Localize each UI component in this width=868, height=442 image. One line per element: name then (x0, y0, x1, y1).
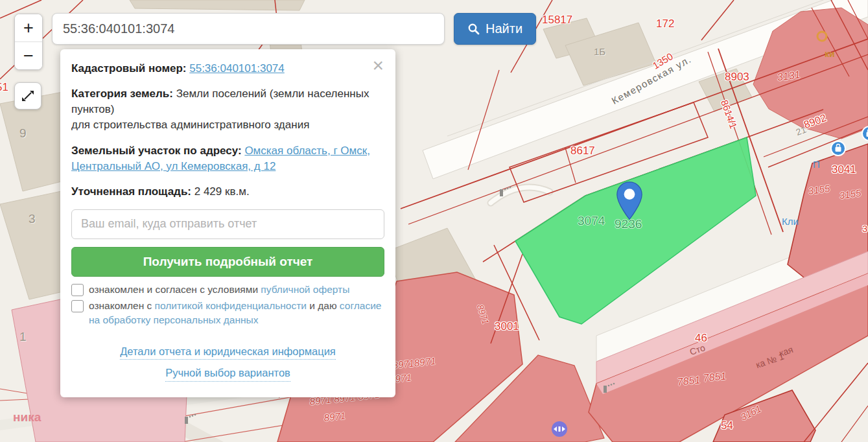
search-button[interactable]: Найти (454, 13, 536, 45)
area-value: 2 429 кв.м. (194, 185, 250, 198)
gate-icon[interactable] (552, 421, 567, 437)
zoom-controls: + − (14, 14, 43, 70)
privacy-policy-link[interactable]: политикой конфиденциальности (155, 300, 307, 311)
bottom-links: Детали отчета и юридическая информация Р… (71, 344, 384, 388)
location-pin-icon (615, 181, 644, 221)
report-details-link[interactable]: Детали отчета и юридическая информация (120, 344, 336, 360)
cadastral-number-row: Кадастровый номер: 55:36:040101:3074 (71, 61, 384, 76)
cadastral-number-label: Кадастровый номер: (71, 62, 186, 75)
address-row: Земельный участок по адресу: Омская обла… (71, 143, 384, 174)
cadastral-map[interactable]: 158171721Б1350Кемеровская ул.89033131ки8… (0, 0, 868, 442)
search-bar: Найти (52, 13, 536, 45)
expand-icon (21, 89, 35, 103)
get-report-button[interactable]: Получить подробный отчет (71, 247, 384, 277)
land-use-value: для строительства административного здан… (71, 119, 309, 131)
zoom-in-button[interactable]: + (15, 14, 42, 41)
area-row: Уточненная площадь: 2 429 кв.м. (71, 184, 384, 200)
land-category-row: Категория земель: Земли поселений (земли… (71, 86, 384, 133)
public-offer-link[interactable]: публичной оферты (261, 284, 349, 295)
address-label: Земельный участок по адресу: (71, 145, 242, 157)
search-icon (467, 23, 480, 35)
zoom-out-button[interactable]: − (15, 42, 42, 69)
offer-consent-row: ознакомлен и согласен с условиями публич… (71, 283, 384, 297)
privacy-checkbox[interactable] (71, 300, 84, 312)
close-button[interactable]: × (368, 54, 388, 76)
privacy-consent-text: ознакомлен с политикой конфиденциальност… (89, 299, 384, 327)
poi-shop-icon[interactable] (831, 141, 845, 156)
email-input[interactable] (71, 209, 384, 239)
offer-consent-text: ознакомлен и согласен с условиями публич… (89, 283, 349, 297)
area-label: Уточненная площадь: (71, 185, 191, 198)
manual-select-link[interactable]: Ручной выбор вариантов (165, 366, 290, 381)
fullscreen-button[interactable] (14, 82, 41, 110)
privacy-consent-row: ознакомлен с политикой конфиденциальност… (71, 299, 384, 327)
cadastral-number-link[interactable]: 55:36:040101:3074 (189, 62, 285, 75)
land-category-label: Категория земель: (71, 87, 173, 100)
search-input[interactable] (52, 13, 445, 45)
offer-checkbox[interactable] (71, 284, 84, 296)
search-button-label: Найти (486, 21, 522, 36)
parcel-info-panel: × Кадастровый номер: 55:36:040101:3074 К… (60, 49, 395, 397)
